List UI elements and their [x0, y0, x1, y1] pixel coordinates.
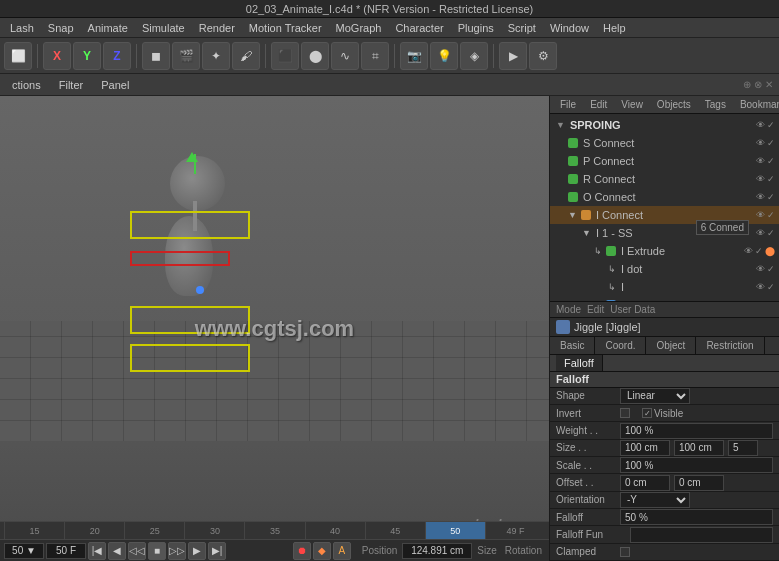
props-tab-falloff[interactable]: Falloff — [556, 355, 603, 371]
clamped-checkbox[interactable] — [620, 547, 630, 557]
start-frame-field[interactable] — [4, 543, 44, 559]
props-tab-basic[interactable]: Basic — [550, 337, 595, 354]
position-field[interactable] — [402, 543, 472, 559]
tree-item-sproing[interactable]: ▼ SPROING 👁✓ — [550, 116, 779, 134]
film-btn[interactable]: 🎬 — [172, 42, 200, 70]
y-axis-button[interactable]: Y — [73, 42, 101, 70]
menu-mograph[interactable]: MoGraph — [330, 21, 388, 35]
z-axis-button[interactable]: Z — [103, 42, 131, 70]
jiggle-icon — [556, 320, 570, 334]
ruler-49f: 49 F — [485, 522, 545, 539]
viewport[interactable]: www.cgtsj.com Grid Spacing : 1000 cm lyn… — [0, 96, 549, 561]
props-userdata[interactable]: User Data — [610, 304, 655, 315]
key-button[interactable]: ◆ — [313, 542, 331, 560]
o-connect-icons: 👁✓ — [756, 192, 775, 202]
tab-bookmarks[interactable]: Bookmarks — [734, 98, 779, 111]
falloff-field[interactable] — [620, 509, 773, 525]
tab-view[interactable]: View — [615, 98, 649, 111]
invert-checkbox[interactable] — [620, 408, 630, 418]
tree-item-i-dot[interactable]: ↳ I dot 👁✓ — [550, 260, 779, 278]
s-connect-dot — [568, 138, 578, 148]
prop-row-invert: Invert ✓ Visible — [550, 405, 779, 422]
x-axis-button[interactable]: X — [43, 42, 71, 70]
tab-edit[interactable]: Edit — [584, 98, 613, 111]
size-field-1[interactable] — [620, 440, 670, 456]
subtool-actions[interactable]: ctions — [6, 78, 47, 92]
menu-bar: Lash Snap Animate Simulate Render Motion… — [0, 18, 779, 38]
orientation-dropdown[interactable]: -Y +Y -X +X -Z +Z — [620, 492, 690, 508]
tree-item-i-extrude[interactable]: ↳ I Extrude 👁✓⬤ — [550, 242, 779, 260]
sculpt-btn[interactable]: ✦ — [202, 42, 230, 70]
nurbs-btn[interactable]: ∿ — [331, 42, 359, 70]
tree-item-o-connect[interactable]: O Connect 👁✓ — [550, 188, 779, 206]
menu-snap[interactable]: Snap — [42, 21, 80, 35]
autokey-button[interactable]: A — [333, 542, 351, 560]
offset-label: Offset . . — [556, 477, 616, 488]
props-tab-coord[interactable]: Coord. — [595, 337, 646, 354]
render-btn[interactable]: ▶ — [499, 42, 527, 70]
ruler-15: 15 — [4, 522, 64, 539]
selection-box-1 — [130, 211, 250, 239]
sphere-btn[interactable]: ⬤ — [301, 42, 329, 70]
new-button[interactable]: ⬜ — [4, 42, 32, 70]
light-btn[interactable]: 💡 — [430, 42, 458, 70]
tree-item-p-connect[interactable]: P Connect 👁✓ — [550, 152, 779, 170]
shape-label: Shape — [556, 390, 616, 401]
ruler-50[interactable]: 50 — [425, 522, 485, 539]
props-mode[interactable]: Mode — [556, 304, 581, 315]
stop-button[interactable]: ■ — [148, 542, 166, 560]
record-button[interactable]: ⏺ — [293, 542, 311, 560]
play-backward-button[interactable]: ◁◁ — [128, 542, 146, 560]
tree-item-s-connect[interactable]: S Connect 👁✓ — [550, 134, 779, 152]
tab-file[interactable]: File — [554, 98, 582, 111]
menu-lash[interactable]: Lash — [4, 21, 40, 35]
material-btn[interactable]: ◈ — [460, 42, 488, 70]
props-tab-restriction[interactable]: Restriction — [696, 337, 764, 354]
menu-script[interactable]: Script — [502, 21, 542, 35]
menu-window[interactable]: Window — [544, 21, 595, 35]
menu-character[interactable]: Character — [389, 21, 449, 35]
size-field-2[interactable] — [674, 440, 724, 456]
cube-btn[interactable]: ⬛ — [271, 42, 299, 70]
play-forward-button[interactable]: ▷▷ — [168, 542, 186, 560]
menu-simulate[interactable]: Simulate — [136, 21, 191, 35]
tree-item-r-connect[interactable]: R Connect 👁✓ — [550, 170, 779, 188]
menu-animate[interactable]: Animate — [82, 21, 134, 35]
tree-item-i[interactable]: ↳ I 👁✓ — [550, 278, 779, 296]
camera-btn[interactable]: 📷 — [400, 42, 428, 70]
tab-objects[interactable]: Objects — [651, 98, 697, 111]
weight-field[interactable] — [620, 423, 773, 439]
props-edit[interactable]: Edit — [587, 304, 604, 315]
separator-1 — [37, 44, 38, 68]
main-area: www.cgtsj.com Grid Spacing : 1000 cm lyn… — [0, 96, 779, 561]
offset-field-1[interactable] — [620, 475, 670, 491]
menu-motiontracker[interactable]: Motion Tracker — [243, 21, 328, 35]
next-frame-button[interactable]: ▶ — [188, 542, 206, 560]
goto-start-button[interactable]: |◀ — [88, 542, 106, 560]
render-settings-btn[interactable]: ⚙ — [529, 42, 557, 70]
menu-render[interactable]: Render — [193, 21, 241, 35]
deform-btn[interactable]: ⌗ — [361, 42, 389, 70]
props-tab-object[interactable]: Object — [646, 337, 696, 354]
size-field-3[interactable] — [728, 440, 758, 456]
falloff-fun-field[interactable] — [630, 527, 773, 543]
menu-plugins[interactable]: Plugins — [452, 21, 500, 35]
selection-box-3 — [130, 344, 250, 372]
tab-tags[interactable]: Tags — [699, 98, 732, 111]
shape-dropdown[interactable]: Linear Ease In Ease Out — [620, 388, 690, 404]
paint-btn[interactable]: 🖌 — [232, 42, 260, 70]
sproing-label: SPROING — [570, 119, 621, 131]
menu-help[interactable]: Help — [597, 21, 632, 35]
object-tree[interactable]: ▼ SPROING 👁✓ S Connect 👁✓ P Connect 👁✓ R… — [550, 114, 779, 301]
offset-field-2[interactable] — [674, 475, 724, 491]
model-btn[interactable]: ◼ — [142, 42, 170, 70]
end-frame-field[interactable] — [46, 543, 86, 559]
visible-checkbox[interactable]: ✓ — [642, 408, 652, 418]
goto-end-button[interactable]: ▶| — [208, 542, 226, 560]
subtool-filter[interactable]: Filter — [53, 78, 89, 92]
scale-field[interactable] — [620, 457, 773, 473]
subtool-panel[interactable]: Panel — [95, 78, 135, 92]
prop-row-orientation: Orientation -Y +Y -X +X -Z +Z — [550, 492, 779, 509]
ruler-40: 40 — [305, 522, 365, 539]
prev-frame-button[interactable]: ◀ — [108, 542, 126, 560]
